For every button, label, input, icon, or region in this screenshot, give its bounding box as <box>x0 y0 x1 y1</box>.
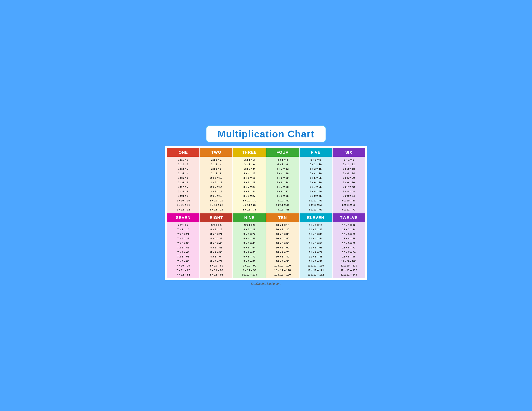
equation: 6 x 2 = 12 <box>333 162 364 167</box>
equation: 4 x 4 = 16 <box>267 171 298 176</box>
equation: 7 x 1 = 7 <box>168 223 199 227</box>
equation: 5 x 3 = 15 <box>300 167 331 171</box>
equation: 8 x 7 = 56 <box>201 250 232 254</box>
chart-outer: ONE1 x 1 = 11 x 2 = 21 x 3 = 31 x 4 = 41… <box>165 146 367 280</box>
equation: 1 x 3 = 3 <box>168 167 199 171</box>
equation: 5 x 6 = 30 <box>300 180 331 185</box>
equation: 9 x 12 = 108 <box>234 273 265 277</box>
equation: 6 x 3 = 18 <box>333 167 364 171</box>
equation: 11 x 4 = 44 <box>300 236 331 241</box>
equation: 8 x 5 = 40 <box>201 241 232 245</box>
equation: 6 x 11 = 66 <box>333 203 364 207</box>
section-header-seven: SEVEN <box>167 214 200 222</box>
equation: 12 x 3 = 36 <box>333 232 364 236</box>
section-body-twelve: 12 x 1 = 1212 x 2 = 2412 x 3 = 3612 x 4 … <box>332 222 365 278</box>
equation: 3 x 2 = 6 <box>234 162 265 167</box>
equation: 2 x 7 = 14 <box>201 185 232 189</box>
equation: 6 x 12 = 72 <box>333 207 364 212</box>
equation: 1 x 4 = 4 <box>168 171 199 176</box>
page-wrapper: Multiplication Chart ONE1 x 1 = 11 x 2 =… <box>165 125 367 285</box>
section-body-nine: 9 x 1 = 99 x 2 = 189 x 3 = 279 x 4 = 369… <box>233 222 266 278</box>
equation: 12 x 9 = 108 <box>333 259 364 263</box>
equation: 10 x 9 = 90 <box>267 259 298 263</box>
equation: 7 x 12 = 84 <box>168 273 199 277</box>
equation: 10 x 3 = 30 <box>267 232 298 236</box>
equation: 3 x 9 = 27 <box>234 194 265 198</box>
chart-grid: ONE1 x 1 = 11 x 2 = 21 x 3 = 31 x 4 = 41… <box>167 148 365 278</box>
equation: 6 x 8 = 48 <box>333 189 364 194</box>
footer-credit: SunCatcherStudio.com <box>165 282 367 286</box>
equation: 2 x 9 = 18 <box>201 194 232 198</box>
section-header-six: SIX <box>332 148 365 157</box>
section-three: THREE3 x 1 = 33 x 2 = 63 x 3 = 93 x 4 = … <box>233 148 266 213</box>
equation: 3 x 3 = 9 <box>234 167 265 171</box>
equation: 8 x 2 = 16 <box>201 227 232 232</box>
equation: 9 x 4 = 36 <box>234 236 265 241</box>
equation: 1 x 7 = 7 <box>168 185 199 189</box>
section-body-seven: 7 x 1 = 77 x 2 = 147 x 3 = 217 x 4 = 287… <box>167 222 200 278</box>
equation: 2 x 5 = 10 <box>201 176 232 180</box>
equation: 1 x 5 = 5 <box>168 176 199 180</box>
equation: 12 x 10 = 120 <box>333 263 364 268</box>
equation: 10 x 2 = 20 <box>267 227 298 232</box>
equation: 11 x 8 = 88 <box>300 254 331 259</box>
equation: 5 x 8 = 40 <box>300 189 331 194</box>
equation: 10 x 6 = 60 <box>267 245 298 250</box>
equation: 6 x 6 = 36 <box>333 180 364 185</box>
equation: 12 x 11 = 132 <box>333 268 364 272</box>
equation: 7 x 4 = 28 <box>168 236 199 241</box>
equation: 12 x 12 = 144 <box>333 273 364 277</box>
equation: 9 x 1 = 9 <box>234 223 265 227</box>
equation: 1 x 10 = 10 <box>168 198 199 203</box>
equation: 6 x 1 = 6 <box>333 158 364 162</box>
equation: 6 x 4 = 24 <box>333 171 364 176</box>
equation: 12 x 5 = 60 <box>333 241 364 245</box>
equation: 9 x 11 = 99 <box>234 268 265 272</box>
equation: 4 x 12 = 48 <box>267 207 298 212</box>
equation: 5 x 9 = 45 <box>300 194 331 198</box>
equation: 3 x 11 = 33 <box>234 203 265 207</box>
equation: 10 x 8 = 80 <box>267 254 298 259</box>
equation: 9 x 8 = 72 <box>234 254 265 259</box>
equation: 4 x 5 = 20 <box>267 176 298 180</box>
equation: 2 x 12 = 24 <box>201 207 232 212</box>
equation: 4 x 11 = 44 <box>267 203 298 207</box>
equation: 5 x 4 = 20 <box>300 171 331 176</box>
equation: 10 x 5 = 50 <box>267 241 298 245</box>
section-header-two: TWO <box>200 148 233 157</box>
equation: 12 x 6 = 72 <box>333 245 364 250</box>
equation: 7 x 2 = 14 <box>168 227 199 232</box>
equation: 11 x 9 = 99 <box>300 259 331 263</box>
equation: 5 x 1 = 5 <box>300 158 331 162</box>
equation: 2 x 3 = 6 <box>201 167 232 171</box>
equation: 4 x 3 = 12 <box>267 167 298 171</box>
equation: 9 x 7 = 63 <box>234 250 265 254</box>
equation: 9 x 2 = 18 <box>234 227 265 232</box>
equation: 10 x 7 = 70 <box>267 250 298 254</box>
equation: 3 x 5 = 15 <box>234 176 265 180</box>
equation: 2 x 1 = 2 <box>201 158 232 162</box>
equation: 3 x 10 = 30 <box>234 198 265 203</box>
equation: 1 x 9 = 9 <box>168 194 199 198</box>
section-body-four: 4 x 1 = 44 x 2 = 84 x 3 = 124 x 4 = 164 … <box>266 157 299 213</box>
equation: 5 x 5 = 25 <box>300 176 331 180</box>
equation: 4 x 7 = 28 <box>267 185 298 189</box>
equation: 6 x 10 = 60 <box>333 198 364 203</box>
section-header-ten: TEN <box>266 214 299 222</box>
equation: 7 x 10 = 70 <box>168 263 199 268</box>
equation: 9 x 5 = 45 <box>234 241 265 245</box>
equation: 10 x 11 = 110 <box>267 268 298 272</box>
equation: 4 x 2 = 8 <box>267 162 298 167</box>
equation: 5 x 2 = 10 <box>300 162 331 167</box>
section-one: ONE1 x 1 = 11 x 2 = 21 x 3 = 31 x 4 = 41… <box>167 148 200 213</box>
equation: 3 x 12 = 36 <box>234 207 265 212</box>
section-header-eight: EIGHT <box>200 214 233 222</box>
section-six: SIX6 x 1 = 66 x 2 = 126 x 3 = 186 x 4 = … <box>332 148 365 213</box>
equation: 4 x 8 = 32 <box>267 189 298 194</box>
equation: 6 x 9 = 54 <box>333 194 364 198</box>
title-container: Multiplication Chart <box>165 125 367 142</box>
section-body-six: 6 x 1 = 66 x 2 = 126 x 3 = 186 x 4 = 246… <box>332 157 365 213</box>
equation: 1 x 12 = 12 <box>168 207 199 212</box>
equation: 6 x 7 = 42 <box>333 185 364 189</box>
section-header-twelve: TWELVE <box>332 214 365 222</box>
